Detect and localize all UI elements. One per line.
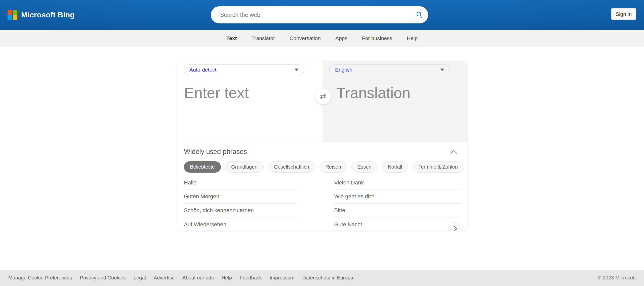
tab-apps[interactable]: Apps	[335, 34, 348, 43]
search-bar	[211, 6, 428, 23]
phrases-section-title: Widely used phrases	[184, 148, 247, 156]
phrase-item[interactable]: Bitte	[334, 204, 460, 217]
phrase-category-chips: Beliebteste Grundlagen Gesellschaftlich …	[177, 161, 467, 173]
translator-card: Auto-detect English Translation	[177, 61, 467, 231]
tab-help[interactable]: Help	[406, 34, 418, 43]
target-panel: English Translation	[323, 61, 467, 142]
phrase-item[interactable]: Auf Wiedersehen	[184, 217, 297, 231]
tab-text[interactable]: Text	[226, 34, 237, 43]
search-icon	[416, 11, 423, 19]
swap-languages-button[interactable]	[315, 88, 331, 105]
phrase-list: Hallo Guten Morgen Schön, dich kennenzul…	[177, 173, 467, 231]
chip-essen[interactable]: Essen	[351, 161, 378, 173]
nav-bar: Text Translator Conversation Apps For bu…	[0, 30, 644, 47]
tab-translator[interactable]: Translator	[251, 34, 275, 43]
phrase-item[interactable]: Schön, dich kennenzulernen	[184, 204, 297, 217]
translation-output-placeholder: Translation	[336, 84, 411, 102]
sign-in-button[interactable]: Sign in	[611, 8, 636, 20]
swap-arrows-icon	[319, 93, 327, 100]
footer-link-legal[interactable]: Legal	[134, 275, 146, 281]
footer-link-datenschutz[interactable]: Datenschutz in Europa	[302, 275, 353, 281]
source-panel: Auto-detect	[177, 61, 323, 142]
footer-link-help[interactable]: Help	[222, 275, 232, 281]
source-language-label: Auto-detect	[189, 67, 216, 73]
tab-for-business[interactable]: For business	[361, 34, 393, 43]
chip-beliebteste[interactable]: Beliebteste	[184, 161, 221, 173]
chevron-down-icon	[295, 69, 299, 71]
bing-translator-page: Microsoft Bing Sign in Text Translator C…	[0, 0, 644, 286]
chip-notfall[interactable]: Notfall	[382, 161, 408, 173]
phrase-item[interactable]: Wie geht es dir?	[334, 190, 460, 204]
logo-text: Microsoft Bing	[21, 11, 75, 19]
chip-gesellschaftlich[interactable]: Gesellschaftlich	[268, 161, 315, 173]
chevron-right-icon	[453, 225, 457, 231]
microsoft-bing-logo[interactable]: Microsoft Bing	[8, 0, 75, 30]
footer-link-advertise[interactable]: Advertise	[154, 275, 175, 281]
source-language-dropdown[interactable]: Auto-detect	[184, 65, 304, 75]
chip-reisen[interactable]: Reisen	[319, 161, 347, 173]
footer-links: Manage Cookie Preferences Privacy and Co…	[8, 275, 353, 281]
footer: Manage Cookie Preferences Privacy and Co…	[0, 270, 644, 286]
chevron-up-icon	[450, 150, 458, 154]
search-input[interactable]	[211, 6, 411, 23]
source-text-input[interactable]	[184, 84, 315, 137]
microsoft-logo-icon	[8, 10, 17, 20]
header: Microsoft Bing Sign in	[0, 0, 644, 30]
phrase-item[interactable]: Guten Morgen	[184, 190, 297, 204]
copyright-text: © 2023 Microsoft	[598, 275, 636, 281]
phrase-item[interactable]: Vielen Dank	[334, 176, 460, 190]
collapse-phrases-button[interactable]	[449, 149, 459, 155]
search-button[interactable]	[411, 6, 428, 23]
chip-grundlagen[interactable]: Grundlagen	[225, 161, 264, 173]
footer-link-feedback[interactable]: Feedback	[240, 275, 262, 281]
footer-link-manage-cookies[interactable]: Manage Cookie Preferences	[8, 275, 72, 281]
tab-conversation[interactable]: Conversation	[289, 34, 321, 43]
translator-panels: Auto-detect English Translation	[177, 61, 467, 142]
chevron-down-icon	[440, 69, 444, 71]
chip-termine-zahlen[interactable]: Termine & Zahlen	[412, 161, 464, 173]
phrase-item[interactable]: Gute Nacht	[334, 217, 460, 231]
footer-link-privacy[interactable]: Privacy and Cookies	[80, 275, 126, 281]
target-language-label: English	[335, 67, 352, 73]
target-language-dropdown[interactable]: English	[329, 65, 450, 75]
footer-link-impressum[interactable]: Impressum	[270, 275, 295, 281]
phrase-item[interactable]: Hallo	[184, 176, 297, 190]
widely-used-phrases-section: Widely used phrases Beliebteste Grundlag…	[177, 142, 467, 231]
footer-link-about-our-ads[interactable]: About our ads	[182, 275, 214, 281]
